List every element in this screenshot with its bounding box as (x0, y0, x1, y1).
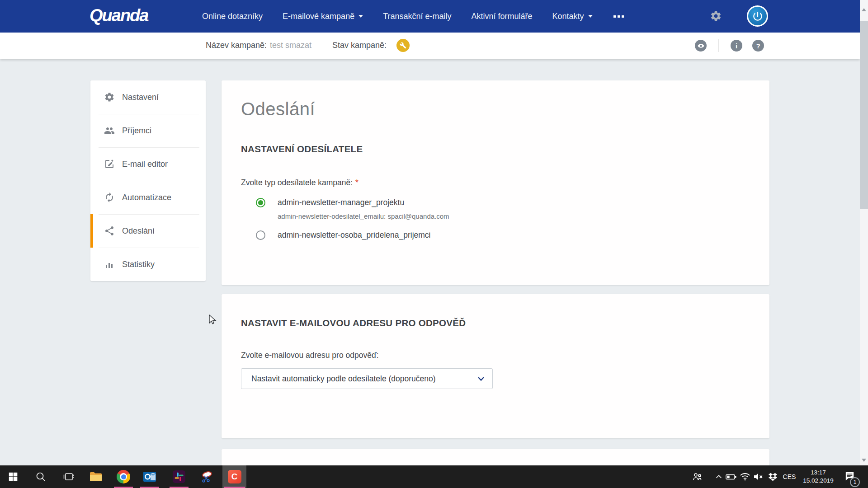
file-explorer-icon (89, 470, 103, 483)
more-icon (613, 15, 616, 18)
nav-item-aktivni-formulare[interactable]: Aktivní formuláře (472, 12, 533, 21)
app-header: Quanda Online dotazníky E-mailové kampan… (0, 0, 868, 33)
required-mark: * (355, 178, 359, 187)
search-button[interactable] (30, 465, 52, 488)
taskbar: C CES 13:17 15.02.2019 1 (0, 465, 868, 488)
campaign-status-label: Stav kampaně: (332, 41, 387, 50)
scroll-up-arrow[interactable] (862, 8, 866, 11)
gear-icon (104, 92, 115, 103)
mouse-cursor (207, 314, 219, 327)
chevron-down-icon (588, 15, 593, 18)
screen: Quanda Online dotazníky E-mailové kampan… (0, 0, 868, 488)
radio-button-unselected[interactable] (256, 230, 265, 240)
taskbar-clock[interactable]: 13:17 15.02.2019 (799, 469, 837, 485)
taskbar-item-explorer[interactable] (85, 465, 107, 488)
speaker-muted-icon (752, 471, 764, 483)
taskbar-item-outlook[interactable] (139, 465, 160, 488)
logout-power-button[interactable] (747, 5, 768, 27)
volume-muted-button[interactable] (750, 465, 766, 488)
people-icon (692, 471, 703, 483)
select-value: Nastavit automaticky podle odesílatele (… (251, 374, 436, 384)
eye-icon (697, 42, 705, 50)
chrome-icon (117, 470, 130, 483)
question-icon: ? (756, 42, 760, 50)
campaign-sidebar: Nastavení Příjemci E-mail editor Automat… (90, 80, 206, 281)
outlook-icon (143, 470, 156, 483)
camtasia-icon: C (228, 470, 241, 483)
task-view-icon (62, 470, 75, 483)
info-button[interactable]: i (731, 40, 742, 52)
main-nav: Online dotazníky E-mailové kampaně Trans… (202, 0, 625, 33)
page-scrollbar (860, 0, 868, 465)
sidebar-item-email-editor[interactable]: E-mail editor (90, 147, 206, 181)
nav-item-kontakty[interactable]: Kontakty (552, 12, 593, 21)
snipping-tool-icon (200, 470, 213, 483)
battery-status[interactable] (723, 465, 739, 488)
sender-type-question: Zvolte typ odesílatele kampaně:* (241, 178, 359, 188)
wrench-icon (400, 42, 406, 49)
reply-settings-card: NASTAVIT E-MAILOVOU ADRESU PRO ODPOVĚĎ Z… (222, 294, 769, 438)
people-icon (104, 125, 115, 136)
language-indicator[interactable]: CES (780, 465, 798, 488)
dropbox-tray-button[interactable] (765, 465, 780, 488)
campaign-bar: Název kampaně: test smazat Stav kampaně:… (0, 33, 860, 59)
reply-address-select[interactable]: Nastavit automaticky podle odesílatele (… (241, 368, 493, 389)
page-title: Odeslání (241, 99, 315, 119)
sidebar-item-automatizace[interactable]: Automatizace (90, 181, 206, 214)
divider (718, 39, 719, 52)
search-icon (35, 471, 47, 483)
sender-option-1[interactable]: admin-newsletter-manager_projektu (256, 198, 404, 207)
quanda-logo[interactable]: Quanda (90, 6, 148, 25)
sender-option-2[interactable]: admin-newsletter-osoba_pridelena_prijemc… (256, 230, 431, 240)
campaign-name-value: test smazat (270, 41, 311, 50)
clock-time: 13:17 (799, 469, 837, 477)
reply-address-question: Zvolte e-mailovou adresu pro odpověď: (241, 351, 379, 360)
dropbox-icon (767, 471, 778, 483)
notification-badge: 1 (850, 477, 860, 487)
power-icon (752, 10, 764, 22)
windows-logo-icon (8, 471, 19, 482)
chevron-up-icon (714, 472, 724, 482)
chevron-down-icon (478, 377, 484, 381)
wifi-icon (739, 471, 751, 483)
settings-button[interactable] (710, 10, 722, 22)
sidebar-item-prijemci[interactable]: Příjemci (90, 114, 206, 147)
nav-item-emailove-kampane[interactable]: E-mailové kampaně (283, 12, 363, 21)
sender-section-heading: NASTAVENÍ ODESÍLATELE (241, 144, 363, 155)
campaign-status-badge (396, 39, 410, 52)
taskbar-item-slack[interactable] (168, 465, 190, 488)
scroll-down-arrow[interactable] (862, 459, 866, 462)
radio-button-selected[interactable] (256, 198, 265, 207)
battery-icon (725, 471, 737, 483)
info-icon: i (736, 42, 737, 50)
share-icon (104, 225, 115, 236)
sidebar-item-statistiky[interactable]: Statistiky (90, 248, 206, 281)
sender-option-1-sublabel: admin-newsletter-odesilatel_emailu: spac… (278, 212, 449, 220)
chart-icon (104, 259, 115, 270)
taskbar-item-chrome[interactable] (113, 465, 134, 488)
gear-icon (710, 10, 722, 22)
sync-icon (104, 192, 115, 203)
sidebar-item-nastaveni[interactable]: Nastavení (90, 80, 206, 114)
campaign-name-label: Název kampaně: (206, 41, 267, 50)
nav-item-online-dotazniky[interactable]: Online dotazníky (202, 12, 263, 21)
sidebar-item-odeslani[interactable]: Odeslání (90, 214, 206, 248)
active-indicator (90, 214, 93, 248)
clock-date: 15.02.2019 (799, 477, 837, 485)
task-view-button[interactable] (58, 465, 80, 488)
chevron-down-icon (359, 15, 363, 18)
taskbar-item-snipping-tool[interactable] (196, 465, 217, 488)
slack-icon (172, 470, 186, 483)
more-menu-button[interactable] (613, 13, 625, 20)
nav-item-transakcni-emaily[interactable]: Transakční e-maily (383, 12, 451, 21)
edit-icon (104, 159, 115, 169)
scrollbar-thumb[interactable] (860, 21, 868, 209)
notification-center-button[interactable]: 1 (840, 465, 861, 488)
help-button[interactable]: ? (752, 40, 764, 52)
sender-settings-card: Odeslání NASTAVENÍ ODESÍLATELE Zvolte ty… (222, 80, 769, 285)
start-button[interactable] (2, 465, 24, 488)
people-tray-button[interactable] (689, 465, 706, 488)
reply-section-heading: NASTAVIT E-MAILOVOU ADRESU PRO ODPOVĚĎ (241, 318, 466, 328)
preview-button[interactable] (695, 40, 707, 52)
taskbar-item-camtasia[interactable]: C (222, 465, 246, 488)
